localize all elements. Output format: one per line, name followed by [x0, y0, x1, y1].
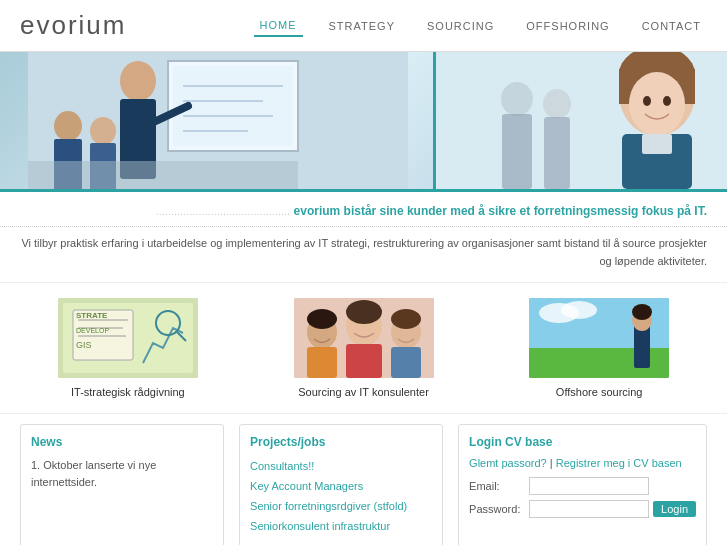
service-offshore: Offshore sourcing	[491, 298, 707, 398]
svg-rect-17	[502, 114, 532, 189]
sourcing-image	[294, 298, 434, 378]
forgot-password-link[interactable]: Glemt passord?	[469, 457, 547, 469]
login-panel: Login CV base Glemt passord? | Registrer…	[458, 424, 707, 545]
login-panel-title: Login CV base	[469, 435, 696, 449]
header: evorium HOME STRATEGY SOURCING OFFSHORIN…	[0, 0, 727, 52]
projects-panel: Projects/jobs Consultants!! Key Account …	[239, 424, 443, 545]
project-link-1[interactable]: Key Account Managers	[250, 477, 432, 497]
service-sourcing: Sourcing av IT konsulenter	[256, 298, 472, 398]
service-sourcing-thumb	[294, 298, 434, 378]
email-label: Email:	[469, 480, 529, 492]
password-row: Password: Login	[469, 500, 696, 518]
hero-woman-illustration	[437, 52, 727, 189]
svg-point-18	[543, 89, 571, 119]
svg-text:GIS: GIS	[76, 340, 92, 350]
nav-offshoring[interactable]: OFFSHORING	[520, 16, 615, 36]
svg-rect-19	[544, 117, 570, 189]
strategy-image: STRATE DEVELOP GIS	[58, 298, 198, 378]
svg-text:DEVELOP: DEVELOP	[76, 327, 109, 334]
hero-right-panel	[436, 52, 727, 189]
news-item-1: 1. Oktober lanserte vi nye internettside…	[31, 457, 213, 490]
hero-banner	[0, 52, 727, 192]
password-label: Password:	[469, 503, 529, 515]
svg-point-25	[663, 96, 671, 106]
register-link[interactable]: Registrer meg i CV basen	[556, 457, 682, 469]
email-row: Email:	[469, 477, 696, 495]
service-strategy-label: IT-strategisk rådgivning	[71, 386, 185, 398]
svg-point-12	[90, 117, 116, 145]
nav-strategy[interactable]: STRATEGY	[323, 16, 401, 36]
offshore-image	[529, 298, 669, 378]
service-offshore-thumb	[529, 298, 669, 378]
svg-point-24	[643, 96, 651, 106]
services-section: STRATE DEVELOP GIS IT-strategisk rådgivn…	[0, 283, 727, 414]
service-strategy-thumb: STRATE DEVELOP GIS	[58, 298, 198, 378]
svg-point-45	[307, 309, 337, 329]
nav-home[interactable]: HOME	[254, 15, 303, 37]
news-panel-title: News	[31, 435, 213, 449]
intro-text: Vi tilbyr praktisk erfaring i utarbeidel…	[0, 227, 727, 283]
svg-rect-14	[28, 161, 298, 190]
bottom-panels: News 1. Oktober lanserte vi nye internet…	[0, 414, 727, 545]
nav-sourcing[interactable]: SOURCING	[421, 16, 500, 36]
tagline-dots: ........................................…	[156, 205, 290, 217]
svg-text:STRATE: STRATE	[76, 311, 108, 320]
svg-rect-44	[307, 347, 337, 378]
svg-point-7	[120, 61, 156, 101]
svg-point-42	[346, 300, 382, 324]
project-link-2[interactable]: Senior forretningsrdgiver (stfold)	[250, 497, 432, 517]
svg-point-10	[54, 111, 82, 141]
project-link-3[interactable]: Seniorkonsulent infrastruktur	[250, 517, 432, 537]
logo[interactable]: evorium	[20, 10, 126, 41]
tagline-text: evorium bistår sine kunder med å sikre e…	[294, 204, 707, 218]
tagline: ........................................…	[0, 192, 727, 227]
project-link-0[interactable]: Consultants!!	[250, 457, 432, 477]
service-offshore-label: Offshore sourcing	[556, 386, 643, 398]
projects-panel-title: Projects/jobs	[250, 435, 432, 449]
email-input[interactable]	[529, 477, 649, 495]
svg-rect-27	[642, 134, 672, 154]
service-strategy: STRATE DEVELOP GIS IT-strategisk rådgivn…	[20, 298, 236, 398]
offshore-outdoor-scene	[529, 298, 669, 378]
hero-left-panel	[0, 52, 436, 189]
hero-meeting-illustration	[28, 52, 408, 189]
nav-contact[interactable]: CONTACT	[636, 16, 707, 36]
service-sourcing-label: Sourcing av IT konsulenter	[298, 386, 429, 398]
svg-point-48	[391, 309, 421, 329]
svg-point-23	[629, 72, 685, 136]
login-button[interactable]: Login	[653, 501, 696, 517]
svg-point-55	[632, 304, 652, 320]
login-meta: Glemt passord? | Registrer meg i CV base…	[469, 457, 696, 469]
svg-rect-41	[346, 344, 382, 378]
news-panel: News 1. Oktober lanserte vi nye internet…	[20, 424, 224, 545]
nav: HOME STRATEGY SOURCING OFFSHORING CONTAC…	[254, 15, 707, 37]
svg-rect-47	[391, 347, 421, 378]
password-input[interactable]	[529, 500, 649, 518]
svg-point-16	[501, 82, 533, 116]
svg-point-51	[561, 301, 597, 319]
